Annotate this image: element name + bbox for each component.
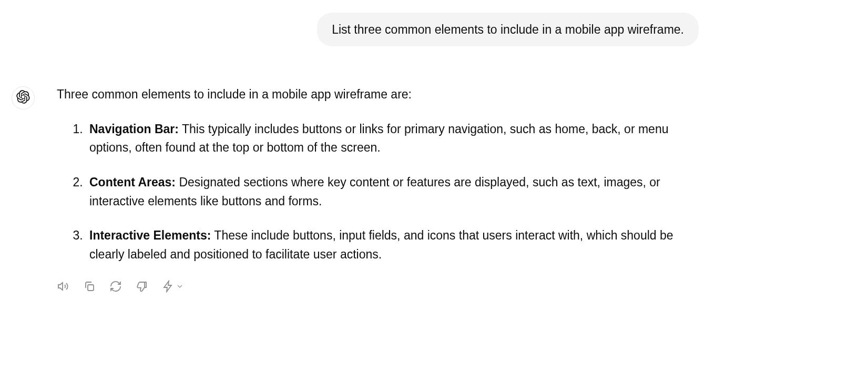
list-item: Interactive Elements: These include butt… xyxy=(86,226,698,264)
list-item-title: Interactive Elements: xyxy=(89,228,211,242)
list-item: Navigation Bar: This typically includes … xyxy=(86,120,698,157)
openai-logo-icon xyxy=(16,90,30,106)
assistant-avatar xyxy=(12,86,35,109)
chevron-down-icon xyxy=(176,282,184,292)
thumbs-down-button[interactable] xyxy=(136,280,148,294)
list-item-title: Content Areas: xyxy=(89,175,176,189)
copy-button[interactable] xyxy=(83,280,96,294)
svg-rect-0 xyxy=(88,285,94,291)
user-message-row: List three common elements to include in… xyxy=(0,13,868,46)
refresh-icon xyxy=(109,280,122,294)
assistant-ordered-list: Navigation Bar: This typically includes … xyxy=(57,120,698,264)
read-aloud-button[interactable] xyxy=(57,280,69,294)
chat-canvas: List three common elements to include in… xyxy=(0,0,868,369)
regenerate-button[interactable] xyxy=(109,280,122,294)
assistant-message-body: Three common elements to include in a mo… xyxy=(57,85,698,294)
assistant-intro-text: Three common elements to include in a mo… xyxy=(57,85,698,104)
user-message-text: List three common elements to include in… xyxy=(332,23,684,36)
lightning-icon xyxy=(162,280,175,294)
thumbs-down-icon xyxy=(136,280,148,294)
assistant-message-row: Three common elements to include in a mo… xyxy=(0,85,868,294)
message-actions xyxy=(57,280,698,294)
copy-icon xyxy=(83,280,96,294)
list-item: Content Areas: Designated sections where… xyxy=(86,173,698,211)
list-item-title: Navigation Bar: xyxy=(89,122,179,136)
speaker-icon xyxy=(57,280,69,294)
user-message-bubble[interactable]: List three common elements to include in… xyxy=(317,13,699,46)
more-options-button[interactable] xyxy=(162,280,184,294)
